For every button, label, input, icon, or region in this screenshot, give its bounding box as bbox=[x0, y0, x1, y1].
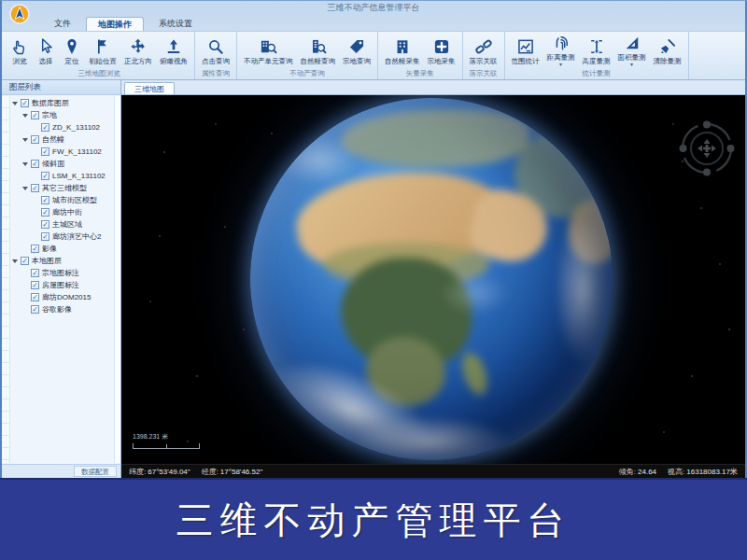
ribbon-button[interactable]: 范围统计 bbox=[509, 36, 543, 67]
clear-icon bbox=[658, 37, 677, 56]
ribbon-button[interactable]: 自然幢采集 bbox=[382, 36, 423, 67]
ribbon-group-label: 统计量测 bbox=[509, 67, 684, 79]
layer-checkbox[interactable]: ✓ bbox=[31, 245, 39, 253]
layer-checkbox[interactable]: ✓ bbox=[41, 220, 49, 229]
ribbon-button[interactable]: 面积量测▾ bbox=[615, 33, 649, 67]
bottom-banner: 三维不动产管理平台 bbox=[0, 478, 747, 560]
layer-row[interactable]: ✓主城区域 bbox=[10, 218, 114, 231]
layer-label: 宗地图标注 bbox=[42, 268, 79, 278]
layer-checkbox[interactable]: ✓ bbox=[31, 135, 39, 144]
ribbon-button[interactable]: 定位 bbox=[60, 36, 84, 67]
ribbon-button[interactable]: 高度量测 bbox=[580, 36, 613, 67]
ribbon-button[interactable]: 不动产单元查询 bbox=[241, 36, 296, 67]
layer-row[interactable]: ✓LSM_K_131102 bbox=[10, 170, 114, 182]
ribbon-button[interactable]: 落宗关联 bbox=[467, 36, 500, 67]
expand-arrow-icon[interactable] bbox=[22, 138, 28, 142]
layer-row[interactable]: ✓倾斜面 bbox=[10, 158, 114, 170]
menu-tab-system-settings[interactable]: 系统设置 bbox=[148, 17, 204, 31]
layer-row[interactable]: ✓廊坊中街 bbox=[10, 206, 114, 218]
ribbon-button-label: 初始位置 bbox=[89, 57, 117, 66]
layer-checkbox[interactable]: ✓ bbox=[31, 111, 39, 119]
menu-tab-file[interactable]: 文件 bbox=[43, 17, 82, 31]
layer-checkbox[interactable]: ✓ bbox=[31, 281, 39, 289]
ribbon-button[interactable]: 宗地查询 bbox=[340, 36, 374, 67]
ribbon-group-label: 落宗关联 bbox=[467, 67, 500, 79]
layer-row[interactable]: ✓谷歌影像 bbox=[10, 303, 114, 315]
map-viewport[interactable]: 1398.231 米 bbox=[121, 95, 745, 464]
expand-arrow-icon[interactable] bbox=[22, 114, 28, 118]
ribbon-button[interactable]: 俯瞰视角 bbox=[157, 36, 190, 67]
menu-tab-map-operations[interactable]: 地图操作 bbox=[86, 17, 144, 31]
layer-row[interactable]: ✓城市街区模型 bbox=[10, 194, 114, 206]
expand-arrow-icon[interactable] bbox=[22, 187, 28, 190]
titlebar[interactable]: 三维不动产信息管理平台 bbox=[2, 1, 745, 15]
ribbon-button[interactable]: 选择 bbox=[34, 36, 58, 67]
workspace: 图层列表 ✓数据库图层✓宗地✓ZD_K_131102✓自然幢✓FW_K_1311… bbox=[2, 80, 745, 478]
chevron-down-icon[interactable]: ▾ bbox=[630, 63, 633, 66]
layer-row[interactable]: ✓FW_K_131102 bbox=[10, 146, 114, 158]
main-window: 三维不动产信息管理平台 文件 地图操作 系统设置 浏览选择定位初始位置正北方向俯… bbox=[0, 0, 747, 478]
ribbon-button[interactable]: 距离量测▾ bbox=[544, 33, 578, 67]
compass-navigation-widget[interactable] bbox=[678, 119, 736, 177]
layer-checkbox[interactable]: ✓ bbox=[21, 99, 29, 107]
ribbon-button[interactable]: 浏览 bbox=[7, 36, 32, 67]
ribbon-button-label: 点击查询 bbox=[202, 57, 230, 66]
layer-row[interactable]: ✓自然幢 bbox=[10, 133, 114, 146]
ribbon-button[interactable]: 正北方向 bbox=[121, 36, 155, 67]
ribbon-button[interactable]: 清除量测 bbox=[651, 36, 684, 67]
layer-row[interactable]: ✓本地图层 bbox=[10, 255, 114, 267]
data-config-tab[interactable]: 数据配置 bbox=[74, 466, 117, 477]
layer-checkbox[interactable]: ✓ bbox=[31, 184, 39, 192]
tag-icon bbox=[347, 37, 366, 56]
building-search-icon bbox=[308, 37, 327, 56]
layer-checkbox[interactable]: ✓ bbox=[31, 293, 39, 301]
expand-arrow-icon[interactable] bbox=[22, 162, 28, 166]
layer-row[interactable]: ✓数据库图层 bbox=[10, 97, 114, 109]
layers-panel-scrollbar[interactable] bbox=[114, 96, 120, 463]
layer-row[interactable]: ✓影像 bbox=[10, 243, 114, 255]
layer-row[interactable]: ✓廊坊演艺中心2 bbox=[10, 231, 114, 243]
layers-panel-title: 图层列表 bbox=[9, 82, 41, 93]
ribbon-button[interactable]: 初始位置 bbox=[86, 36, 120, 67]
ribbon-button-label: 自然幢查询 bbox=[301, 57, 336, 66]
layer-row[interactable]: ✓廊坊DOM2015 bbox=[10, 291, 114, 303]
hand-icon bbox=[10, 37, 29, 56]
expand-arrow-icon[interactable] bbox=[12, 102, 18, 105]
ribbon-button-label: 选择 bbox=[39, 57, 53, 66]
layer-checkbox[interactable]: ✓ bbox=[41, 232, 49, 241]
ribbon-button-label: 浏览 bbox=[13, 57, 27, 66]
layer-checkbox[interactable]: ✓ bbox=[41, 123, 49, 132]
link-icon bbox=[474, 37, 493, 56]
layer-row[interactable]: ✓ZD_K_131102 bbox=[10, 121, 114, 133]
layers-panel-gutter bbox=[2, 96, 10, 463]
tab-3d-map[interactable]: 三维地图 bbox=[124, 82, 175, 94]
layer-checkbox[interactable]: ✓ bbox=[31, 305, 39, 314]
chevron-down-icon[interactable]: ▾ bbox=[559, 63, 562, 66]
layer-checkbox[interactable]: ✓ bbox=[41, 208, 49, 217]
latitude-label: 纬度: bbox=[129, 468, 146, 476]
area-icon bbox=[623, 34, 641, 52]
ribbon-button[interactable]: 宗地采集 bbox=[425, 36, 458, 67]
layer-row[interactable]: ✓宗地 bbox=[10, 109, 114, 121]
earth-globe[interactable] bbox=[250, 98, 613, 460]
ribbon-button[interactable]: 点击查询 bbox=[199, 36, 233, 67]
layer-checkbox[interactable]: ✓ bbox=[41, 172, 49, 180]
longitude-label: 经度: bbox=[202, 468, 218, 476]
layer-checkbox[interactable]: ✓ bbox=[21, 257, 29, 265]
layers-panel: 图层列表 ✓数据库图层✓宗地✓ZD_K_131102✓自然幢✓FW_K_1311… bbox=[2, 80, 121, 478]
layer-row[interactable]: ✓房屋图标注 bbox=[10, 279, 114, 291]
layer-label: 廊坊中街 bbox=[52, 207, 82, 217]
ribbon-group-label: 属性查询 bbox=[199, 67, 233, 79]
expand-arrow-icon[interactable] bbox=[12, 259, 18, 263]
layer-checkbox[interactable]: ✓ bbox=[31, 269, 39, 277]
layer-row[interactable]: ✓其它三维模型 bbox=[10, 182, 114, 194]
scale-bar: 1398.231 米 bbox=[133, 432, 200, 449]
ribbon-button[interactable]: 自然幢查询 bbox=[298, 36, 339, 67]
layer-row[interactable]: ✓宗地图标注 bbox=[10, 267, 114, 279]
layer-checkbox[interactable]: ✓ bbox=[31, 160, 39, 168]
ribbon-group: 自然幢采集宗地采集矢量采集 bbox=[378, 32, 463, 79]
map-tabstrip: 三维地图 bbox=[121, 80, 745, 95]
layer-checkbox[interactable]: ✓ bbox=[41, 196, 49, 204]
ribbon-group: 浏览选择定位初始位置正北方向俯瞰视角三维地图浏览 bbox=[4, 32, 195, 79]
layer-checkbox[interactable]: ✓ bbox=[41, 147, 49, 156]
